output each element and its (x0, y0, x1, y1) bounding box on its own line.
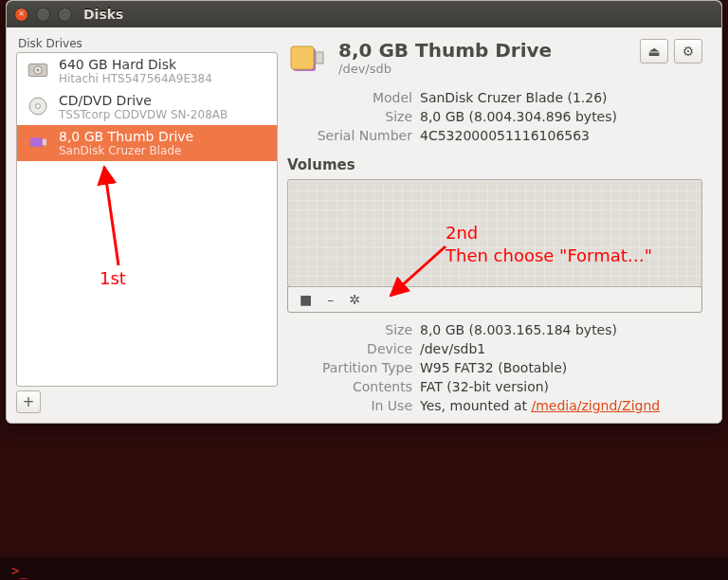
volume-delete-button[interactable]: – (327, 292, 334, 307)
thumb-drive-icon (25, 129, 51, 155)
volume-options-button[interactable]: ✲ (349, 292, 360, 307)
label-vol-size: Size (287, 322, 412, 337)
volume-toolbar: ■ – ✲ (287, 286, 702, 313)
value-serial: 4C532000051116106563 (420, 128, 702, 143)
volumes-heading: Volumes (287, 156, 702, 173)
window-maximize-button[interactable] (58, 8, 72, 22)
drive-item-hdd[interactable]: 640 GB Hard Disk Hitachi HTS547564A9E384 (17, 53, 277, 89)
label-in-use: In Use (287, 398, 412, 413)
label-contents: Contents (287, 379, 412, 394)
terminal-prompt: >_ (11, 563, 27, 578)
plus-icon: + (23, 393, 35, 410)
value-in-use: Yes, mounted at /media/zignd/Zignd (420, 398, 702, 413)
value-model: SanDisk Cruzer Blade (1.26) (420, 90, 702, 105)
drive-list-heading: Disk Drives (16, 37, 278, 52)
drive-item-thumb[interactable]: 8,0 GB Thumb Drive SanDisk Cruzer Blade (17, 125, 277, 161)
label-model: Model (287, 90, 412, 105)
thumb-drive-icon-large (287, 39, 329, 81)
add-drive-button[interactable]: + (16, 390, 41, 413)
disks-window: ✕ Disks Disk Drives 640 GB Hard Disk Hit… (6, 0, 722, 424)
window-title: Disks (83, 7, 123, 22)
optical-drive-icon (25, 93, 51, 119)
svg-rect-8 (291, 46, 314, 69)
detail-device-path: /dev/sdb (338, 62, 552, 76)
desktop-taskbar (0, 557, 728, 580)
svg-rect-6 (43, 139, 46, 146)
drive-item-label: CD/DVD Drive (59, 93, 228, 108)
eject-button[interactable]: ⏏ (640, 39, 668, 63)
svg-point-4 (36, 104, 41, 109)
inuse-prefix: Yes, mounted at (420, 398, 531, 413)
svg-point-2 (37, 69, 39, 71)
value-vol-size: 8,0 GB (8.003.165.184 bytes) (420, 322, 702, 337)
value-contents: FAT (32-bit version) (420, 379, 702, 394)
drive-item-label: 640 GB Hard Disk (59, 57, 212, 72)
window-close-button[interactable]: ✕ (14, 8, 28, 22)
svg-rect-9 (316, 52, 323, 63)
label-serial: Serial Number (287, 128, 412, 143)
drive-item-sublabel: TSSTcorp CDDVDW SN-208AB (59, 108, 228, 121)
volumes-map[interactable] (287, 179, 702, 287)
svg-rect-5 (30, 137, 43, 147)
label-partition-type: Partition Type (287, 360, 412, 375)
volume-stop-button[interactable]: ■ (300, 292, 312, 307)
mount-point-link[interactable]: /media/zignd/Zignd (531, 398, 660, 413)
drive-item-sublabel: Hitachi HTS547564A9E384 (59, 72, 212, 85)
drive-options-button[interactable]: ⚙ (674, 39, 702, 63)
drive-item-sublabel: SanDisk Cruzer Blade (59, 144, 193, 157)
titlebar[interactable]: ✕ Disks (7, 1, 721, 27)
value-partition-type: W95 FAT32 (Bootable) (420, 360, 702, 375)
label-size: Size (287, 109, 412, 124)
drive-item-optical[interactable]: CD/DVD Drive TSSTcorp CDDVDW SN-208AB (17, 89, 277, 125)
hdd-icon (25, 57, 51, 83)
detail-title: 8,0 GB Thumb Drive (338, 39, 552, 62)
value-vol-device: /dev/sdb1 (420, 341, 702, 356)
eject-icon: ⏏ (647, 44, 660, 59)
window-minimize-button[interactable] (36, 8, 50, 22)
drive-list: 640 GB Hard Disk Hitachi HTS547564A9E384… (16, 52, 278, 387)
label-vol-device: Device (287, 341, 412, 356)
value-size: 8,0 GB (8.004.304.896 bytes) (420, 109, 702, 124)
gear-icon: ⚙ (682, 44, 695, 59)
drive-item-label: 8,0 GB Thumb Drive (59, 129, 193, 144)
